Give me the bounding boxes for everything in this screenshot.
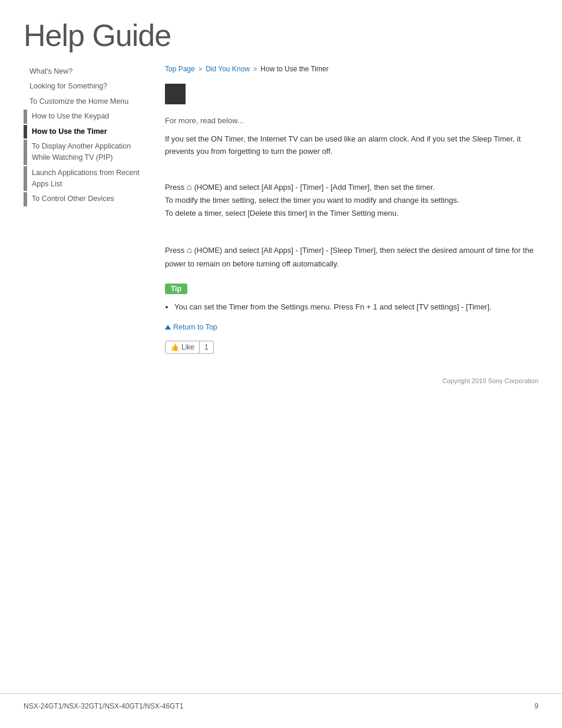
page-footer: NSX-24GT1/NSX-32GT1/NSX-40GT1/NSX-46GT1 …	[0, 693, 562, 710]
on-timer-line3: To modify the timer setting, select the …	[165, 194, 538, 207]
on-timer-line4: To delete a timer, select [Delete this t…	[165, 207, 538, 220]
like-count: 1	[200, 341, 214, 354]
content-image	[165, 84, 186, 104]
section-intro-text: For more, read below...	[165, 116, 538, 125]
copyright-text: Copyright 2010 Sony Corporation	[165, 377, 538, 384]
on-timer-line1: Press ⌂ (HOME) and select [All Apps] - […	[165, 179, 538, 195]
footer-model: NSX-24GT1/NSX-32GT1/NSX-40GT1/NSX-46GT1	[24, 702, 183, 710]
like-label: Like	[181, 343, 194, 351]
sleep-timer-text: Press ⌂ (HOME) and select [All Apps] - […	[165, 242, 538, 271]
like-button[interactable]: 👍 Like	[165, 341, 200, 354]
page-title: Help Guide	[24, 18, 538, 53]
sidebar-item-control[interactable]: To Control Other Devices	[27, 192, 117, 206]
tip-section: Tip You can set the Timer from the Setti…	[165, 284, 538, 314]
sidebar-item-whats-new[interactable]: What's New?	[27, 65, 75, 78]
on-timer-text: (HOME) and select [All Apps] - [Timer] -…	[194, 183, 435, 192]
breadcrumb-sep1: >	[199, 65, 202, 73]
breadcrumb: Top Page > Did You Know > How to Use the…	[165, 65, 538, 73]
tip-bullet: You can set the Timer from the Settings …	[174, 301, 538, 314]
sleep-timer-block: Press ⌂ (HOME) and select [All Apps] - […	[165, 242, 538, 271]
on-timer-block: Press ⌂ (HOME) and select [All Apps] - […	[165, 179, 538, 220]
sidebar-item-pip[interactable]: To Display Another Application While Wat…	[27, 140, 147, 165]
tip-content: You can set the Timer from the Settings …	[165, 301, 538, 314]
home-icon-2: ⌂	[187, 245, 192, 255]
sidebar-item-keypad[interactable]: How to Use the Keypad	[27, 110, 111, 123]
sidebar-item-timer[interactable]: How to Use the Timer	[27, 125, 110, 139]
sidebar-item-customize[interactable]: To Customize the Home Menu	[27, 95, 131, 108]
tip-badge: Tip	[165, 284, 187, 294]
breadcrumb-top-page[interactable]: Top Page	[165, 65, 195, 73]
home-icon-1: ⌂	[187, 182, 192, 192]
up-triangle-icon	[165, 325, 171, 330]
breadcrumb-did-you-know[interactable]: Did You Know	[206, 65, 250, 73]
return-to-top-link[interactable]: Return to Top	[165, 323, 538, 331]
sidebar: What's New? Looking for Something? To Cu…	[24, 65, 147, 420]
footer-page: 9	[534, 702, 538, 710]
breadcrumb-sep2: >	[253, 65, 257, 73]
sidebar-item-looking[interactable]: Looking for Something?	[27, 80, 110, 93]
return-to-top-label: Return to Top	[173, 323, 217, 331]
body-paragraph: If you set the ON Timer, the Internet TV…	[165, 133, 538, 158]
breadcrumb-current: How to Use the Timer	[260, 65, 328, 73]
thumb-icon: 👍	[170, 343, 179, 351]
sidebar-item-launch[interactable]: Launch Applications from Recent Apps Lis…	[27, 166, 147, 192]
like-area: 👍 Like 1	[165, 341, 538, 354]
main-content: Top Page > Did You Know > How to Use the…	[147, 65, 538, 420]
